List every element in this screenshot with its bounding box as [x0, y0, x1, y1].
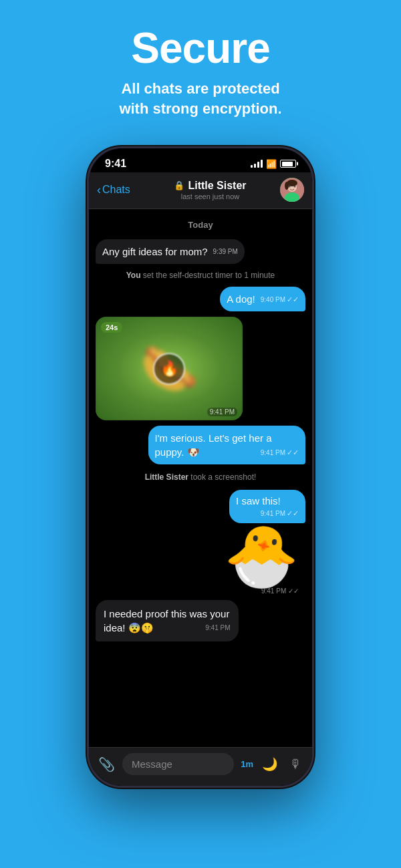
media-time: 9:41 PM	[207, 408, 237, 416]
sticker-time: 9:41 PM ✓✓	[261, 587, 299, 595]
bubble-text: Any gift ideas for mom?	[102, 246, 208, 257]
input-placeholder: Message	[132, 758, 172, 770]
battery-icon	[280, 160, 296, 168]
mic-icon: 🎙	[289, 757, 302, 772]
hero-title: Secure	[131, 27, 269, 69]
moon-button[interactable]: 🌙	[260, 754, 280, 774]
media-bubble[interactable]: 🌭 🔥 24s 9:41 PM	[96, 317, 243, 420]
message-row: Any gift ideas for mom? 9:39 PM	[96, 239, 305, 264]
bubble-incoming: Any gift ideas for mom? 9:39 PM	[96, 239, 245, 264]
screenshot-notice: Little Sister took a screenshot!	[96, 472, 305, 482]
play-button[interactable]: 🔥	[153, 353, 185, 385]
bubble-time: 9:41 PM	[205, 623, 230, 633]
bubble-text: I saw this!	[236, 495, 281, 507]
bubble-time: 9:41 PM ✓✓	[261, 448, 299, 458]
wifi-icon: 📶	[266, 159, 277, 169]
phone-frame: 9:41 📶 ‹ Ch	[87, 146, 314, 788]
status-bar: 9:41 📶	[89, 148, 312, 172]
bubble-outgoing: I saw this! 9:41 PM ✓✓	[229, 490, 305, 523]
bubble-text: A dog!	[227, 293, 255, 305]
message-row: I saw this! 9:41 PM ✓✓ 🐣 9:41 PM ✓✓	[96, 490, 305, 595]
back-button[interactable]: ‹ Chats	[97, 184, 140, 196]
timer-button[interactable]: 1m	[239, 759, 255, 769]
lock-icon: 🔒	[174, 180, 184, 190]
bubble-outgoing: A dog! 9:40 PM ✓✓	[220, 287, 305, 311]
bubble-incoming: I needed proof this was your idea! 😨🤫 9:…	[96, 600, 239, 641]
bubble-time: 9:39 PM	[213, 247, 238, 257]
contact-status: last seen just now	[181, 192, 239, 200]
system-message: You set the self-destruct timer to 1 min…	[96, 271, 305, 280]
status-time: 9:41	[105, 158, 126, 170]
message-row: A dog! 9:40 PM ✓✓	[96, 287, 305, 311]
bubble-text: I'm serious. Let's get her a puppy. 🐶	[155, 432, 272, 458]
chat-header-center: 🔒 Little Sister last seen just now	[140, 180, 280, 200]
message-row: I needed proof this was your idea! 😨🤫 9:…	[96, 600, 305, 641]
contact-name: Little Sister	[188, 180, 246, 192]
status-icons: 📶	[251, 159, 296, 169]
timer-badge: 24s	[101, 322, 122, 333]
messages-area: Today Any gift ideas for mom? 9:39 PM Yo…	[89, 209, 312, 747]
sticker-emoji: 🐣	[224, 526, 299, 586]
back-label[interactable]: Chats	[102, 184, 130, 196]
mic-button[interactable]: 🎙	[285, 754, 305, 774]
bubble-outgoing: I'm serious. Let's get her a puppy. 🐶 9:…	[148, 426, 306, 464]
message-row: I'm serious. Let's get her a puppy. 🐶 9:…	[96, 426, 305, 464]
bubble-time: 9:40 PM ✓✓	[261, 295, 299, 305]
fire-icon: 🔥	[160, 360, 178, 378]
phone-screen: 9:41 📶 ‹ Ch	[89, 148, 312, 786]
hero-section: Secure All chats are protectedwith stron…	[0, 0, 401, 132]
chevron-left-icon: ‹	[97, 184, 101, 196]
date-divider: Today	[96, 220, 305, 230]
phone-mockup: 9:41 📶 ‹ Ch	[87, 146, 314, 788]
avatar[interactable]	[280, 178, 304, 202]
sticker-wrapper: 🐣 9:41 PM ✓✓	[224, 526, 305, 595]
message-input[interactable]: Message	[122, 753, 234, 775]
hero-subtitle: All chats are protectedwith strong encry…	[119, 79, 281, 118]
media-message-row: 🌭 🔥 24s 9:41 PM	[96, 317, 305, 420]
signal-icon	[251, 160, 263, 168]
check-marks: ✓✓	[287, 509, 299, 518]
attach-icon: 📎	[98, 756, 115, 772]
contact-name-row: 🔒 Little Sister	[174, 180, 246, 192]
svg-point-6	[285, 182, 289, 190]
chat-header: ‹ Chats 🔒 Little Sister last seen just n…	[89, 172, 312, 209]
moon-icon: 🌙	[262, 756, 278, 772]
input-bar: 📎 Message 1m 🌙 🎙	[89, 747, 312, 786]
check-marks: ✓✓	[287, 448, 299, 458]
bubble-time: 9:41 PM ✓✓	[261, 509, 299, 518]
avatar-image	[280, 178, 304, 202]
check-marks: ✓✓	[287, 295, 299, 305]
attach-button[interactable]: 📎	[96, 754, 117, 775]
sticker-container: I saw this! 9:41 PM ✓✓ 🐣 9:41 PM ✓✓	[204, 490, 305, 595]
